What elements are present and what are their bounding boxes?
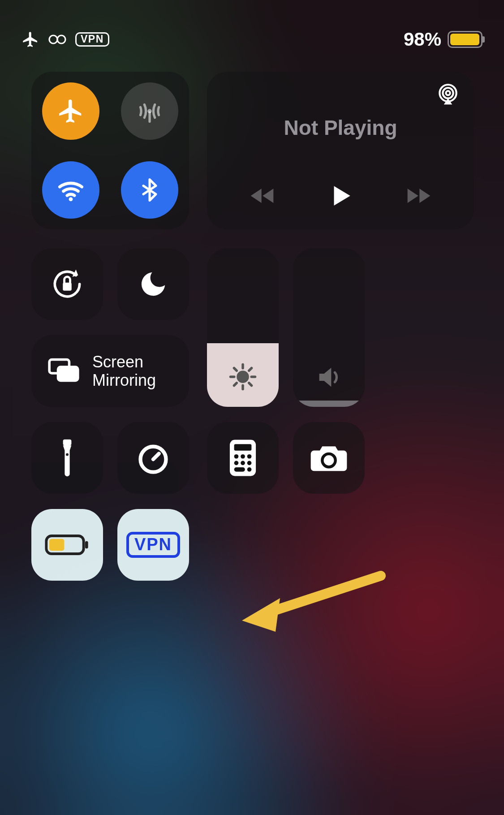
screen-mirroring-icon bbox=[47, 357, 80, 385]
brightness-slider[interactable] bbox=[207, 248, 279, 407]
airplane-icon bbox=[22, 30, 39, 48]
flashlight-button[interactable] bbox=[31, 422, 103, 494]
cellular-data-toggle[interactable] bbox=[121, 82, 178, 140]
vpn-toggle[interactable]: VPN bbox=[117, 509, 189, 581]
svg-rect-8 bbox=[63, 283, 72, 291]
svg-rect-10 bbox=[58, 367, 78, 380]
svg-line-19 bbox=[249, 368, 252, 371]
svg-point-30 bbox=[241, 461, 245, 465]
next-track-button[interactable] bbox=[403, 185, 431, 208]
vpn-status-icon: VPN bbox=[75, 32, 109, 47]
now-playing-platter[interactable]: Not Playing bbox=[207, 72, 474, 229]
svg-point-26 bbox=[234, 454, 239, 459]
do-not-disturb-toggle[interactable] bbox=[117, 248, 189, 320]
svg-point-21 bbox=[66, 453, 69, 456]
airplane-mode-toggle[interactable] bbox=[42, 82, 99, 140]
svg-point-1 bbox=[57, 35, 65, 43]
airplay-icon[interactable] bbox=[435, 82, 461, 108]
volume-icon bbox=[293, 363, 365, 392]
svg-line-16 bbox=[234, 368, 237, 371]
svg-rect-32 bbox=[234, 467, 245, 472]
screen-mirroring-label: Screen Mirroring bbox=[92, 353, 156, 390]
screen-mirroring-button[interactable]: Screen Mirroring bbox=[31, 335, 189, 407]
calculator-button[interactable] bbox=[207, 422, 279, 494]
svg-point-27 bbox=[241, 454, 245, 459]
svg-point-31 bbox=[247, 461, 252, 465]
battery-icon bbox=[448, 31, 482, 48]
status-bar: VPN 98% bbox=[0, 26, 504, 53]
svg-point-7 bbox=[446, 91, 450, 95]
previous-track-button[interactable] bbox=[250, 185, 278, 208]
connectivity-platter[interactable] bbox=[31, 72, 189, 229]
brightness-icon bbox=[207, 362, 279, 392]
svg-line-18 bbox=[234, 383, 237, 386]
vpn-tile-label: VPN bbox=[126, 532, 180, 558]
orientation-lock-toggle[interactable] bbox=[31, 248, 103, 320]
svg-line-23 bbox=[153, 454, 159, 460]
play-button[interactable] bbox=[327, 183, 353, 211]
svg-point-33 bbox=[247, 467, 252, 472]
svg-point-29 bbox=[234, 461, 239, 465]
svg-rect-36 bbox=[49, 539, 64, 551]
now-playing-title: Not Playing bbox=[223, 116, 458, 140]
personal-hotspot-icon bbox=[47, 33, 67, 46]
bluetooth-toggle[interactable] bbox=[121, 161, 178, 219]
wifi-toggle[interactable] bbox=[42, 161, 99, 219]
svg-point-0 bbox=[49, 35, 57, 43]
battery-percent: 98% bbox=[404, 29, 441, 50]
svg-point-6 bbox=[443, 88, 453, 98]
svg-rect-37 bbox=[85, 541, 88, 549]
volume-slider[interactable] bbox=[293, 248, 365, 407]
svg-line-17 bbox=[249, 383, 252, 386]
timer-button[interactable] bbox=[117, 422, 189, 494]
camera-button[interactable] bbox=[293, 422, 365, 494]
svg-point-4 bbox=[69, 197, 73, 201]
low-power-mode-toggle[interactable] bbox=[31, 509, 103, 581]
svg-point-11 bbox=[238, 372, 248, 382]
svg-rect-25 bbox=[234, 444, 252, 451]
svg-rect-20 bbox=[63, 440, 72, 445]
svg-point-28 bbox=[247, 454, 252, 459]
